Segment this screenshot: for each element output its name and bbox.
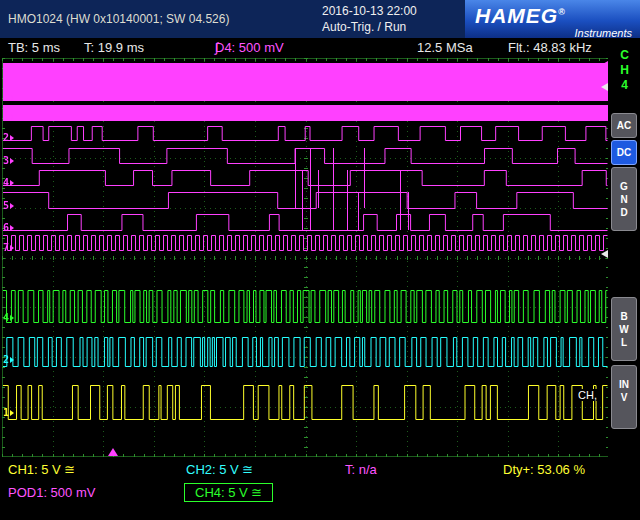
trigger-status: Auto-Trig. / Run <box>322 19 417 35</box>
pod1-readout: POD1: 500 mV <box>8 485 95 500</box>
trace-marker-3[interactable]: 3 <box>3 155 14 166</box>
trigger-source-text: D4: 500 mV <box>215 38 284 58</box>
status-bar: TB: 5 ms T: 19.9 ms D4: 500 mV ∫ 12.5 MS… <box>0 38 612 58</box>
trace-marker-7[interactable]: 7 <box>3 242 14 253</box>
sample-rate-readout: 12.5 MSa <box>417 38 473 58</box>
trace-marker-arrow-icon <box>10 158 14 164</box>
trace-marker-2[interactable]: 2 <box>3 132 14 143</box>
trace-marker-5[interactable]: 5 <box>3 200 14 211</box>
softkey-ac-coupling[interactable]: AC <box>611 113 637 138</box>
timebase-readout: TB: 5 ms <box>8 38 60 58</box>
trace-marker-arrow-icon <box>10 410 14 416</box>
ch4-readout-selected: CH4: 5 V ≅ <box>184 483 273 502</box>
trigger-readout: T: n/a <box>345 462 377 477</box>
ch1-readout: CH1: 5 V ≅ <box>8 462 75 477</box>
level-marker-icon-1[interactable] <box>601 83 608 91</box>
level-marker-icon-2[interactable] <box>601 250 608 258</box>
trace-marker-0[interactable]: 0 <box>3 92 14 103</box>
active-channel-indicator: CH4 <box>618 48 631 93</box>
ch2-readout: CH2: 5 V ≅ <box>186 462 253 477</box>
trigger-time-readout: T: 19.9 ms <box>84 38 144 58</box>
header-center: 2016-10-13 22:00 Auto-Trig. / Run <box>322 3 417 35</box>
softkey-invert[interactable]: INV <box>611 365 637 429</box>
trace-marker-4[interactable]: 4 <box>3 312 14 323</box>
trigger-slope-icon: ∫ <box>215 38 219 58</box>
scope-canvas <box>2 58 609 457</box>
level-marker-icon-0[interactable] <box>601 61 608 69</box>
softkey-dc-coupling[interactable]: DC <box>611 140 637 165</box>
softkey-menu: CH4 AC DC GND BWL INV <box>608 44 640 458</box>
trace-marker-2[interactable]: 2 <box>3 354 14 365</box>
trace-marker-arrow-icon <box>10 315 14 321</box>
waveform-display: CH, 01234567421 <box>2 58 609 457</box>
trace-marker-arrow-icon <box>10 225 14 231</box>
trace-marker-1[interactable]: 1 <box>3 407 14 418</box>
brand-name: HAMEG® <box>475 1 632 27</box>
hameg-logo: HAMEG® Instruments <box>465 0 640 38</box>
channel-status-bar: CH1: 5 V ≅ CH2: 5 V ≅ T: n/a Dty+: 53.06… <box>0 458 640 520</box>
trace-marker-1[interactable]: 1 <box>3 111 14 122</box>
channel-overlay-label: CH, <box>576 389 599 401</box>
device-info: HMO1024 (HW 0x10140001; SW 04.526) <box>8 12 229 26</box>
registered-mark: ® <box>558 7 566 17</box>
trace-marker-arrow-icon <box>10 114 14 120</box>
duty-cycle-readout: Dty+: 53.06 % <box>503 462 585 477</box>
brand-text: HAMEG <box>475 4 558 27</box>
trace-marker-arrow-icon <box>10 95 14 101</box>
trace-marker-arrow-icon <box>10 357 14 363</box>
trace-marker-4[interactable]: 4 <box>3 177 14 188</box>
header: HMO1024 (HW 0x10140001; SW 04.526) 2016-… <box>0 0 640 38</box>
trace-marker-arrow-icon <box>10 203 14 209</box>
filter-readout: Flt.: 48.83 kHz <box>508 38 592 58</box>
trace-marker-arrow-icon <box>10 180 14 186</box>
datetime: 2016-10-13 22:00 <box>322 3 417 19</box>
trigger-position-marker-icon[interactable] <box>108 448 118 456</box>
softkey-bwl[interactable]: BWL <box>611 297 637 361</box>
trace-marker-arrow-icon <box>10 135 14 141</box>
softkey-gnd[interactable]: GND <box>611 167 637 231</box>
trace-marker-arrow-icon <box>10 245 14 251</box>
trace-marker-6[interactable]: 6 <box>3 222 14 233</box>
